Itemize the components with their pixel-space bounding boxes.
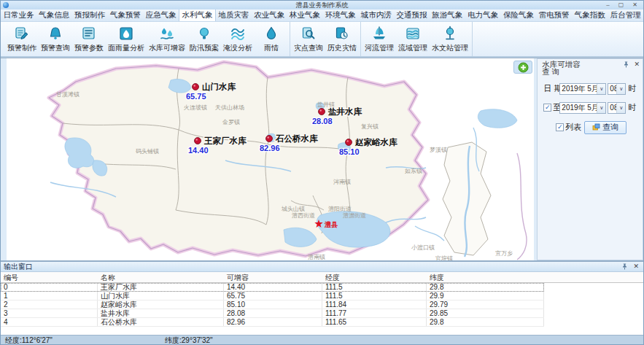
column-header-经度[interactable]: 经度 [322, 272, 427, 282]
hour-from-select[interactable]: 08 ∨ [608, 83, 626, 95]
toolbar-button-水库可增容[interactable]: 水库可增容 [147, 23, 187, 55]
menu-tab-水利气象[interactable]: 水利气象 [179, 9, 216, 21]
river-boat-icon [371, 25, 387, 42]
chevron-down-icon[interactable]: ∨ [616, 103, 625, 113]
county-name-label: 澧县 [324, 221, 338, 228]
close-button[interactable]: ✕ [632, 1, 637, 9]
output-table-header: 编号名称可增容经度纬度 [1, 272, 643, 283]
maximize-button[interactable]: ▢ [618, 1, 624, 9]
cell-名称: 王家厂水库 [98, 283, 224, 291]
table-row-盐井水库[interactable]: 3盐井水库28.08111.7729.85 [1, 309, 643, 318]
alert-bell-icon [47, 25, 63, 42]
list-checkbox[interactable]: ✓ [556, 123, 564, 131]
basin-waves-icon [405, 25, 421, 42]
toolbar-button-面雨量分析[interactable]: 面雨量分析 [106, 23, 147, 55]
menu-tab-预报制作[interactable]: 预报制作 [72, 9, 108, 21]
plus-icon [518, 62, 529, 73]
chevron-down-icon[interactable]: ∨ [597, 84, 605, 94]
status-bar: 经度:112°6'27" 纬度:29°37'32" [1, 335, 643, 345]
title-bar: 澧县业务制作系统 – ▢ ✕ [1, 1, 643, 9]
reservoir-marker-赵家峪水库[interactable] [346, 139, 352, 146]
pin-icon[interactable] [621, 263, 628, 270]
minimize-button[interactable]: – [606, 1, 609, 9]
town-label-火连坡镇: 火连坡镇 [184, 104, 207, 111]
toolbar-group-0: 预警制作预警查询预警参数面雨量分析水库可增容防汛预案淹没分析雨情 [4, 22, 290, 56]
table-row-山门水库[interactable]: 1山门水库65.75111.529.9 [1, 292, 643, 301]
menu-tab-雷电预警[interactable]: 雷电预警 [536, 9, 572, 21]
menu-tab-气象指数[interactable]: 气象指数 [572, 9, 608, 21]
menu-tab-环境气象[interactable]: 环境气象 [322, 9, 358, 21]
menu-tab-地质灾害[interactable]: 地质灾害 [216, 9, 252, 21]
toolbar-button-水文站管理[interactable]: 水文站管理 [430, 23, 470, 55]
menu-tab-后台管理[interactable]: 后台管理 [608, 9, 643, 21]
cell-可增容: 82.96 [224, 318, 322, 326]
pin-icon[interactable] [623, 61, 629, 68]
menu-tab-电力气象[interactable]: 电力气象 [465, 9, 501, 21]
reservoir-marker-盐井水库[interactable] [319, 109, 325, 115]
toolbar-button-预警制作[interactable]: 预警制作 [5, 23, 39, 55]
hour-to-select[interactable]: 08 ∨ [608, 102, 626, 114]
cell-纬度: 29.85 [427, 309, 544, 317]
toolbar-button-预警查询[interactable]: 预警查询 [39, 23, 72, 55]
date-from-select[interactable]: 2019年 5月24日 ∨ [559, 83, 606, 95]
disaster-search-icon [300, 25, 317, 42]
reservoir-marker-山门水库[interactable] [193, 84, 199, 90]
toolbar-button-灾点查询[interactable]: 灾点查询 [292, 23, 325, 55]
menu-tab-农业气象[interactable]: 农业气象 [252, 9, 287, 21]
output-window-title: 输出窗口 [4, 262, 33, 272]
menu-tab-林业气象[interactable]: 林业气象 [287, 9, 323, 21]
cell-经度: 111.77 [322, 309, 427, 317]
toolbar-button-河流管理[interactable]: 河流管理 [362, 23, 396, 55]
table-row-石公桥水库[interactable]: 4石公桥水库82.96111.6529.8 [1, 318, 643, 327]
map-area[interactable]: 甘溪滩镇火连坡镇天供山林场金罗镇盐井镇码头铺镇复兴镇梦溪镇如东镇涔南镇城头山镇澧… [7, 58, 534, 260]
column-header-编号[interactable]: 编号 [1, 272, 98, 282]
column-header-可增容[interactable]: 可增容 [224, 272, 322, 282]
menu-tab-旅游气象[interactable]: 旅游气象 [430, 9, 465, 21]
toolbar-button-淹没分析[interactable]: 淹没分析 [221, 23, 255, 55]
toolbar-button-label: 流域管理 [398, 43, 427, 53]
toolbar-button-雨情[interactable]: 雨情 [255, 23, 288, 55]
town-label-澧阳街道: 澧阳街道 [328, 206, 352, 212]
output-close-icon[interactable]: ✕ [633, 263, 639, 270]
submerge-wave-icon [230, 25, 246, 42]
menu-tab-应急气象[interactable]: 应急气象 [143, 9, 179, 21]
toolbar-button-label: 水文站管理 [432, 43, 468, 53]
toolbar-button-历史灾情[interactable]: 历史灾情 [325, 23, 359, 55]
cell-可增容: 14.40 [224, 283, 322, 291]
toolbar-button-预警参数[interactable]: 预警参数 [72, 23, 106, 55]
status-longitude: 经度:112°6'27" [1, 336, 160, 345]
menu-tab-保险气象[interactable]: 保险气象 [501, 9, 537, 21]
menu-tab-日常业务[interactable]: 日常业务 [1, 9, 36, 21]
map-zoom-in-button[interactable] [513, 61, 532, 74]
marker-highlight [347, 140, 349, 142]
table-row-赵家峪水库[interactable]: 2赵家峪水库85.10111.8429.79 [1, 301, 643, 309]
toolbar-button-防汛预案[interactable]: 防汛预案 [187, 23, 221, 55]
reservoir-name-赵家峪水库: 赵家峪水库 [354, 137, 397, 147]
menu-tab-交通预报[interactable]: 交通预报 [394, 9, 430, 21]
table-row-王家厂水库[interactable]: 0王家厂水库14.40111.529.8 [1, 283, 643, 292]
history-clock-icon [334, 25, 350, 42]
reservoir-marker-王家厂水库[interactable] [195, 138, 201, 144]
reservoir-marker-石公桥水库[interactable] [266, 136, 273, 142]
county-map[interactable]: 甘溪滩镇火连坡镇天供山林场金罗镇盐井镇码头铺镇复兴镇梦溪镇如东镇涔南镇城头山镇澧… [7, 58, 534, 260]
output-table-body: 0王家厂水库14.40111.529.81山门水库65.75111.529.92… [1, 283, 643, 335]
chevron-down-icon[interactable]: ∨ [616, 84, 625, 94]
date-to-select[interactable]: 2019年 5月25日 ∨ [559, 102, 606, 114]
to-date-checkbox[interactable]: ✓ [543, 104, 551, 112]
reservoir-query-panel: 水库可增容 查 询 ✕ 日 期 2019年 5月24日 ∨ 08 ∨ [537, 58, 643, 260]
cell-编号: 0 [1, 283, 98, 291]
toolbar-button-label: 历史灾情 [327, 43, 357, 53]
panel-close-icon[interactable]: ✕ [634, 61, 640, 68]
town-label-城头山镇: 城头山镇 [281, 206, 305, 212]
menu-tab-城市内涝[interactable]: 城市内涝 [358, 9, 394, 21]
rain-drop-icon [263, 25, 279, 42]
column-header-纬度[interactable]: 纬度 [427, 272, 544, 282]
chevron-down-icon[interactable]: ∨ [597, 103, 605, 113]
query-button[interactable]: 查询 [584, 121, 626, 134]
reservoir-value-石公桥水库: 82.96 [260, 144, 280, 152]
menu-tab-气象预警[interactable]: 气象预警 [107, 9, 143, 21]
cell-纬度: 29.9 [427, 292, 544, 300]
toolbar-button-流域管理[interactable]: 流域管理 [396, 23, 430, 55]
column-header-名称[interactable]: 名称 [98, 272, 224, 282]
menu-tab-气象信息[interactable]: 气象信息 [36, 9, 72, 21]
